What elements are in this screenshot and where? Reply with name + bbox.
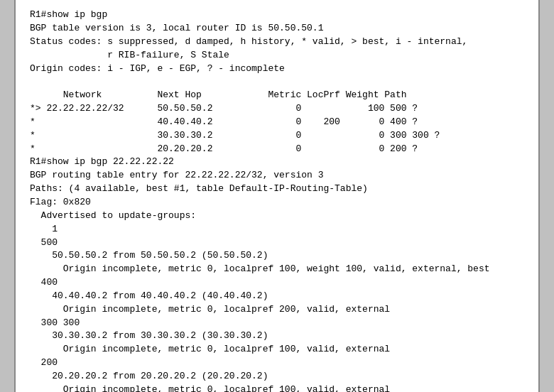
terminal-line-10: * 20.20.20.2 0 0 200 ? [30, 143, 524, 156]
terminal-line-25: Origin incomplete, metric 0, localpref 1… [30, 343, 524, 356]
terminal-line-7: *> 22.22.22.22/32 50.50.50.2 0 100 500 ? [30, 102, 524, 116]
terminal-line-14: Flag: 0x820 [30, 196, 524, 209]
terminal-line-9: * 30.30.30.2 0 0 300 300 ? [30, 129, 524, 143]
terminal-line-2: Status codes: s suppressed, d damped, h … [30, 36, 524, 49]
terminal-line-8: * 40.40.40.2 0 200 0 400 ? [30, 116, 524, 129]
terminal-line-1: BGP table version is 3, local router ID … [30, 22, 524, 36]
terminal-line-24: 30.30.30.2 from 30.30.30.2 (30.30.30.2) [30, 330, 524, 343]
terminal-line-13: Paths: (4 available, best #1, table Defa… [30, 183, 524, 196]
terminal-line-16: 1 [30, 223, 524, 236]
terminal-line-11: R1#show ip bgp 22.22.22.22 [30, 156, 524, 169]
terminal-line-3: r RIB-failure, S Stale [30, 49, 524, 62]
terminal-line-22: Origin incomplete, metric 0, localpref 2… [30, 303, 524, 317]
terminal-window: R1#show ip bgpBGP table version is 3, lo… [14, 0, 540, 392]
terminal-line-5 [30, 75, 524, 89]
terminal-line-20: 400 [30, 276, 524, 290]
terminal-line-18: 50.50.50.2 from 50.50.50.2 (50.50.50.2) [30, 249, 524, 263]
terminal-line-4: Origin codes: i - IGP, e - EGP, ? - inco… [30, 62, 524, 76]
terminal-line-17: 500 [30, 236, 524, 250]
terminal-line-19: Origin incomplete, metric 0, localpref 1… [30, 263, 524, 276]
terminal-line-26: 200 [30, 356, 524, 370]
terminal-line-21: 40.40.40.2 from 40.40.40.2 (40.40.40.2) [30, 290, 524, 303]
terminal-line-23: 300 300 [30, 317, 524, 330]
terminal-line-0: R1#show ip bgp [30, 9, 524, 22]
terminal-line-27: 20.20.20.2 from 20.20.20.2 (20.20.20.2) [30, 370, 524, 383]
terminal-line-28: Origin incomplete, metric 0, localpref 1… [30, 383, 524, 392]
terminal-line-12: BGP routing table entry for 22.22.22.22/… [30, 169, 524, 183]
terminal-line-6: Network Next Hop Metric LocPrf Weight Pa… [30, 89, 524, 102]
terminal-line-15: Advertised to update-groups: [30, 209, 524, 223]
